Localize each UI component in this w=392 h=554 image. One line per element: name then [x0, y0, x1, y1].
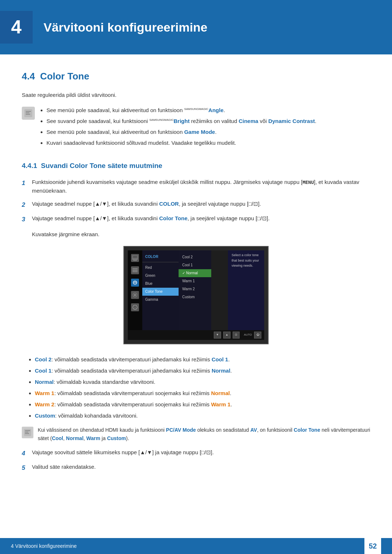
- bullet-cool1: Cool 1: võimaldab seadistada värvitemper…: [35, 366, 370, 375]
- page-footer: 4 Värvitooni konfigureerimine 52: [0, 538, 392, 554]
- note-item-4: Kuvari saadaolevad funktsioonid sõltuvad…: [46, 139, 317, 147]
- step-5: 5 Valitud säte rakendatakse.: [22, 463, 370, 473]
- footer-text: 4 Värvitooni konfigureerimine: [11, 542, 77, 550]
- subsection-441-heading: 4.4.1 Suvandi Color Tone sätete muutmine: [22, 160, 370, 171]
- osd-sub-cool1: Cool 1: [179, 261, 211, 269]
- osd-item-green: Green: [142, 272, 179, 280]
- small-note-text: Kui välissisend on ühendatud HDMI kaudu …: [38, 426, 370, 442]
- toolbar-btn-power: ⏻: [254, 332, 261, 338]
- main-content: 4.4 Color Tone Saate reguleerida pildi ü…: [0, 69, 392, 508]
- chapter-number: 4: [0, 11, 33, 44]
- osd-main-menu: COLOR Red Green Blue Color Tone Gamma: [142, 250, 179, 330]
- step-4: 4 Vajutage soovitud sättele liikumiseks …: [22, 448, 370, 458]
- osd-icon-settings: [131, 291, 139, 299]
- bullet-normal: Normal: võimaldab kuvada standardse värv…: [35, 378, 370, 386]
- osd-sub-warm2: Warm 2: [179, 285, 211, 293]
- page-header: 4 Värvitooni konfigureerimine: [0, 0, 392, 54]
- steps-list: 1 Funktsioonide juhendi kuvamiseks vajut…: [22, 178, 370, 224]
- svg-point-8: [134, 294, 136, 296]
- osd-item-gamma: Gamma: [142, 296, 179, 304]
- osd-icon-color: [131, 279, 139, 287]
- toolbar-btn-down: ▼: [214, 332, 221, 338]
- osd-sub-warm1: Warm 1: [179, 277, 211, 285]
- osd-sidebar: i: [128, 250, 142, 330]
- small-note: Kui välissisend on ühendatud HDMI kaudu …: [22, 426, 370, 442]
- note-item-1: See menüü pole saadaval, kui aktiveeritu…: [46, 106, 317, 115]
- note-list: See menüü pole saadaval, kui aktiveeritu…: [40, 106, 317, 149]
- bullet-warm2: Warm 2: võimaldab seadistada värvitemper…: [35, 400, 370, 409]
- modes-bullet-list: Cool 2: võimaldab seadistada värvitemper…: [22, 355, 370, 420]
- step-1: 1 Funktsioonide juhendi kuvamiseks vajut…: [22, 178, 370, 195]
- osd-sub-cool2: Cool 2: [179, 253, 211, 261]
- note-item-2: See suvand pole saadaval, kui funktsioon…: [46, 117, 317, 126]
- step-3: 3 Vajutage seadmel nuppe [▲/▼], et liiku…: [22, 214, 370, 224]
- svg-rect-1: [132, 255, 138, 259]
- osd-icon-menu: [131, 266, 139, 274]
- osd-sub-normal: Normal: [179, 269, 211, 277]
- section-intro: Saate reguleerida pildi üldist värvitoon…: [22, 91, 370, 99]
- monitor-area: i COLOR Red Green Blue Color Tone Gamma: [22, 246, 370, 344]
- osd-toolbar: ▼ ▲ ⊡ AUTO ⏻: [128, 330, 264, 340]
- osd-item-colortone: Color Tone: [142, 288, 179, 296]
- bullet-custom: Custom: võimaldab kohandada värvitooni.: [35, 411, 370, 420]
- screen-note: Kuvatakse järgmine ekraan.: [32, 230, 370, 239]
- note-item-3: See menüü pole saadaval, kui aktiveeritu…: [46, 128, 317, 136]
- svg-text:i: i: [135, 306, 135, 309]
- osd-item-red: Red: [142, 264, 179, 272]
- toolbar-label-auto: AUTO: [244, 333, 252, 337]
- note-icon: [22, 107, 35, 120]
- osd-menu-header: COLOR: [142, 253, 179, 262]
- monitor-screen: i COLOR Red Green Blue Color Tone Gamma: [128, 250, 264, 340]
- osd-item-blue: Blue: [142, 280, 179, 288]
- osd-menu: i COLOR Red Green Blue Color Tone Gamma: [128, 250, 264, 330]
- footer-page-number: 52: [364, 538, 381, 554]
- chapter-title: Värvitooni konfigureerimine: [44, 17, 208, 37]
- osd-hint: Select a color tone that best suits your…: [228, 250, 264, 330]
- osd-icon-picture: [131, 254, 139, 262]
- small-note-icon: [22, 427, 33, 438]
- bullet-cool2: Cool 2: võimaldab seadistada värvitemper…: [35, 355, 370, 364]
- osd-submenu: Cool 2 Cool 1 Normal Warm 1 Warm 2 Custo…: [179, 250, 211, 330]
- bullet-warm1: Warm 1: võimaldab seadistada värvitemper…: [35, 389, 370, 398]
- monitor-screenshot: i COLOR Red Green Blue Color Tone Gamma: [123, 246, 269, 344]
- step-2: 2 Vajutage seadmel nuppe [▲/▼], et liiku…: [22, 200, 370, 210]
- toolbar-btn-enter: ⊡: [233, 332, 240, 338]
- note-block: See menüü pole saadaval, kui aktiveeritu…: [22, 106, 370, 149]
- osd-icon-info: i: [131, 303, 139, 311]
- steps-list-2: 4 Vajutage soovitud sättele liikumiseks …: [22, 448, 370, 473]
- section-44-heading: 4.4 Color Tone: [22, 69, 370, 84]
- toolbar-btn-up: ▲: [223, 332, 230, 338]
- svg-rect-3: [133, 260, 137, 260]
- osd-sub-custom: Custom: [179, 293, 211, 301]
